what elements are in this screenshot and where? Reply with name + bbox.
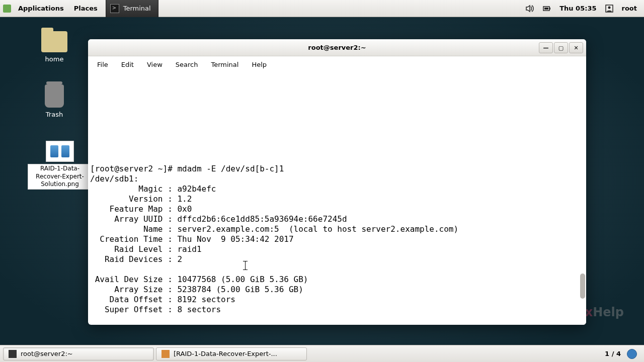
- svg-rect-2: [544, 8, 548, 10]
- out-raid-level: Raid Level : raid1: [90, 244, 202, 254]
- workspace-switcher[interactable]: 1 / 4: [605, 349, 641, 359]
- user-menu-icon[interactable]: [605, 4, 614, 13]
- page-label: 1 / 4: [605, 350, 621, 357]
- trash[interactable]: Trash: [24, 84, 85, 118]
- active-app-indicator[interactable]: Terminal: [106, 0, 158, 17]
- out-feature-map: Feature Map : 0x0: [90, 204, 192, 214]
- applications-menu[interactable]: Applications: [13, 3, 69, 14]
- terminal-window: root@server2:~ — ▢ ✕ File Edit View Sear…: [88, 39, 586, 325]
- out-version: Version : 1.2: [90, 194, 192, 204]
- volume-icon[interactable]: [525, 4, 534, 13]
- out-name: Name : server2.example.com:5 (local to h…: [90, 224, 458, 234]
- home-label: home: [24, 55, 85, 63]
- menu-edit[interactable]: Edit: [115, 59, 140, 70]
- terminal-output[interactable]: [root@server2 ~]# mdadm -E /dev/sd[b-c]1…: [88, 72, 586, 325]
- window-title: root@server2:~: [308, 44, 366, 51]
- svg-point-4: [608, 6, 610, 9]
- titlebar[interactable]: root@server2:~ — ▢ ✕: [88, 39, 586, 56]
- menu-file[interactable]: File: [91, 59, 114, 70]
- text-cursor: [245, 261, 246, 270]
- scrollbar[interactable]: [579, 72, 586, 325]
- out-super-offset: Super Offset : 8 sectors: [90, 305, 221, 314]
- menu-help[interactable]: Help: [246, 59, 273, 70]
- trash-icon: [45, 84, 64, 108]
- out-array-uuid: Array UUID : dffcd2b6:6ce1dd85:5a93694e:…: [90, 214, 347, 224]
- top-panel: Applications Places Terminal Thu 05:35 r…: [0, 0, 644, 17]
- terminal-icon: [9, 350, 17, 358]
- menu-view[interactable]: View: [141, 59, 169, 70]
- clock[interactable]: Thu 05:35: [559, 5, 596, 12]
- image-thumbnail: [46, 141, 74, 162]
- out-magic: Magic : a92b4efc: [90, 184, 216, 194]
- folder-icon: [41, 31, 67, 52]
- task-label: root@server2:~: [21, 350, 73, 357]
- raid-png-file[interactable]: RAID-1-Data-Recover-Expert-Solution.png: [28, 141, 92, 190]
- menu-terminal[interactable]: Terminal: [205, 59, 245, 70]
- out-creation-time: Creation Time : Thu Nov 9 05:34:42 2017: [90, 234, 294, 244]
- taskbar: root@server2:~ [RAID-1-Data-Recover-Expe…: [0, 345, 644, 362]
- home-folder[interactable]: home: [24, 31, 85, 63]
- terminal-icon: [110, 4, 119, 13]
- active-app-label: Terminal: [123, 5, 151, 12]
- minimize-button[interactable]: —: [539, 42, 553, 53]
- menubar: File Edit View Search Terminal Help: [88, 56, 586, 72]
- image-icon: [162, 350, 170, 358]
- scrollbar-thumb[interactable]: [580, 274, 585, 299]
- battery-icon[interactable]: [542, 4, 551, 13]
- workspace-icon: [627, 349, 637, 359]
- maximize-button[interactable]: ▢: [554, 42, 568, 53]
- task-image-viewer[interactable]: [RAID-1-Data-Recover-Expert-...: [156, 347, 307, 360]
- out-array-size: Array Size : 5238784 (5.00 GiB 5.36 GB): [90, 285, 303, 294]
- prompt-line: [root@server2 ~]# mdadm -E /dev/sd[b-c]1: [90, 164, 284, 173]
- out-data-offset: Data Offset : 8192 sectors: [90, 295, 235, 304]
- task-label: [RAID-1-Data-Recover-Expert-...: [174, 350, 277, 357]
- places-menu[interactable]: Places: [69, 3, 103, 14]
- username-label[interactable]: root: [622, 5, 637, 12]
- device-line: /dev/sdb1:: [90, 174, 138, 184]
- system-tray: Thu 05:35 root: [525, 4, 641, 13]
- task-terminal[interactable]: root@server2:~: [3, 347, 154, 360]
- gnome-icon: [3, 5, 11, 13]
- close-button[interactable]: ✕: [569, 42, 583, 53]
- svg-rect-1: [549, 8, 550, 10]
- out-raid-devices: Raid Devices : 2: [90, 254, 182, 264]
- out-avail-dev-size: Avail Dev Size : 10477568 (5.00 GiB 5.36…: [90, 275, 308, 284]
- file-label: RAID-1-Data-Recover-Expert-Solution.png: [28, 164, 92, 190]
- menu-search[interactable]: Search: [170, 59, 204, 70]
- trash-label: Trash: [24, 111, 85, 118]
